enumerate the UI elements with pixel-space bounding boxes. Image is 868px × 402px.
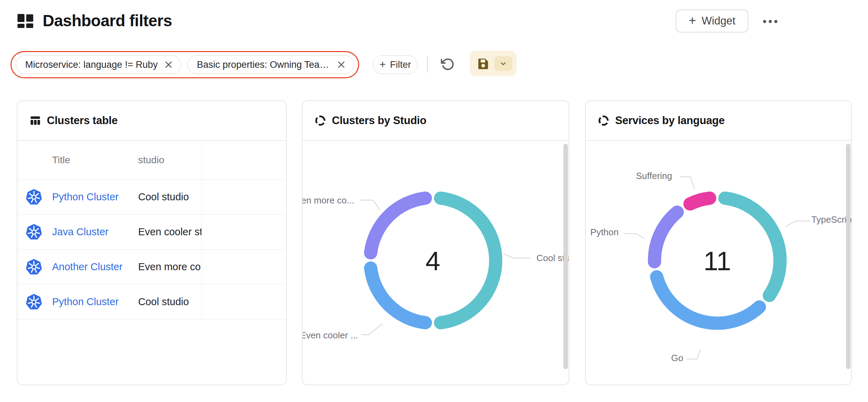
table-body: Title studio Python ClusterCool studioJa…: [17, 141, 286, 385]
kubernetes-icon: [26, 224, 42, 240]
ellipsis-icon: [763, 20, 766, 23]
table-rows: Python ClusterCool studioJava ClusterEve…: [17, 180, 286, 320]
save-icon[interactable]: [477, 57, 490, 70]
undo-button[interactable]: [439, 55, 457, 73]
label-leader-line: [680, 177, 695, 189]
segment-label: Even more co...: [302, 195, 354, 206]
close-icon[interactable]: [164, 60, 173, 69]
vertical-scrollbar[interactable]: [846, 144, 851, 369]
label-leader-line: [360, 200, 380, 210]
empty-cell: [201, 285, 286, 319]
table-row[interactable]: Python ClusterCool studio: [17, 180, 286, 215]
widget-title: Clusters table: [47, 114, 118, 127]
chart-body: 4 Even more co... Even cooler ... Cool s…: [303, 141, 569, 385]
table-row[interactable]: Python ClusterCool studio: [17, 285, 286, 320]
donut-segment-suffering[interactable]: [690, 198, 710, 204]
add-widget-button[interactable]: + Widget: [676, 9, 748, 33]
save-filters-button-group[interactable]: [470, 51, 517, 76]
kubernetes-icon: [26, 294, 42, 310]
donut-chart-icon: [314, 115, 326, 127]
cluster-link[interactable]: Java Cluster: [52, 226, 108, 238]
dashboard-icon: [17, 14, 34, 28]
widget-header: Clusters by Studio: [303, 101, 569, 141]
empty-cell: [201, 180, 286, 214]
label-leader-line: [623, 234, 645, 238]
kubernetes-icon: [26, 189, 42, 205]
widget-title: Services by language: [615, 114, 725, 127]
column-header-title[interactable]: Title: [52, 141, 138, 179]
segment-label: Even cooler ...: [302, 330, 358, 341]
donut-segment-go[interactable]: [657, 277, 760, 323]
studio-cell: Even more co: [138, 250, 201, 284]
table-header-row: Title studio: [17, 141, 286, 180]
clusters-by-studio-widget: Clusters by Studio 4 Even more co... Eve…: [302, 100, 569, 385]
row-icon-cell: [17, 215, 52, 249]
more-menu-button[interactable]: [759, 16, 781, 27]
segment-label: Python: [590, 227, 619, 238]
segment-label: Go: [671, 353, 683, 364]
save-options-dropdown[interactable]: [494, 56, 512, 71]
filter-chip-microservice-language[interactable]: Microservice: language != Ruby: [16, 55, 181, 74]
filter-chip-label: Basic properties: Owning Teams has any …: [197, 59, 330, 70]
filter-chip-basic-properties[interactable]: Basic properties: Owning Teams has any …: [187, 55, 354, 74]
chevron-down-icon: [499, 60, 507, 67]
add-filter-label: Filter: [390, 59, 411, 70]
services-by-language-widget: Services by language 11 Suffering Python…: [585, 100, 852, 385]
dashboard-page: Dashboard filters + Widget Microservice:…: [0, 0, 868, 402]
donut-center-total: 11: [704, 246, 731, 276]
toolbar-divider: [427, 57, 428, 73]
studio-cell: Even cooler st: [138, 215, 201, 249]
label-leader-line: [503, 254, 531, 258]
cluster-link[interactable]: Python Cluster: [52, 296, 119, 308]
column-header-studio[interactable]: studio: [138, 141, 201, 179]
top-bar: Dashboard filters + Widget: [17, 8, 858, 36]
row-icon-cell: [17, 180, 52, 214]
label-leader-line: [785, 221, 810, 227]
donut-center-total: 4: [426, 246, 440, 276]
studio-cell: Cool studio: [138, 285, 201, 319]
cluster-link[interactable]: Another Cluster: [52, 261, 123, 273]
donut-segment-python[interactable]: [655, 212, 677, 262]
ellipsis-icon: [774, 20, 777, 23]
empty-column: [201, 141, 286, 179]
label-leader-line: [686, 349, 700, 359]
widget-title: Clusters by Studio: [332, 114, 426, 127]
label-leader-line: [361, 324, 383, 335]
row-icon-cell: [17, 250, 52, 284]
row-icon-cell: [17, 285, 52, 319]
chart-body: 11 Suffering Python TypeScript Go: [586, 141, 851, 385]
kubernetes-icon: [26, 259, 42, 275]
studio-cell: Cool studio: [138, 180, 201, 214]
widget-header: Clusters table: [17, 101, 286, 141]
widget-header: Services by language: [586, 101, 851, 141]
add-filter-button[interactable]: + Filter: [373, 55, 418, 74]
filter-chip-label: Microservice: language != Ruby: [25, 59, 158, 70]
donut-chart-icon: [598, 115, 610, 127]
table-row[interactable]: Another ClusterEven more co: [17, 250, 286, 285]
donut-segment-even-cooler-studio[interactable]: [371, 268, 425, 323]
table-row[interactable]: Java ClusterEven cooler st: [17, 215, 286, 250]
plus-icon: +: [379, 59, 386, 70]
segment-label: Suffering: [636, 171, 672, 181]
plus-icon: +: [689, 14, 696, 27]
vertical-scrollbar[interactable]: [563, 144, 568, 369]
donut-segment-cool-studio[interactable]: [441, 198, 496, 323]
page-title: Dashboard filters: [43, 11, 172, 30]
ellipsis-icon: [769, 20, 772, 23]
donut-segment-even-more-cool-studio[interactable]: [371, 198, 425, 253]
add-widget-label: Widget: [702, 15, 735, 27]
filter-bar: Microservice: language != Ruby Basic pro…: [0, 49, 868, 80]
empty-cell: [201, 215, 286, 249]
donut-segment-typescript[interactable]: [725, 198, 780, 295]
cluster-link[interactable]: Python Cluster: [52, 191, 119, 203]
clusters-table-widget: Clusters table Title studio Python Clust…: [17, 100, 287, 385]
close-icon[interactable]: [337, 60, 346, 69]
active-filters-highlight-outline: Microservice: language != Ruby Basic pro…: [10, 51, 359, 78]
undo-icon: [440, 57, 455, 72]
table-icon: [29, 115, 41, 127]
empty-cell: [201, 250, 286, 284]
